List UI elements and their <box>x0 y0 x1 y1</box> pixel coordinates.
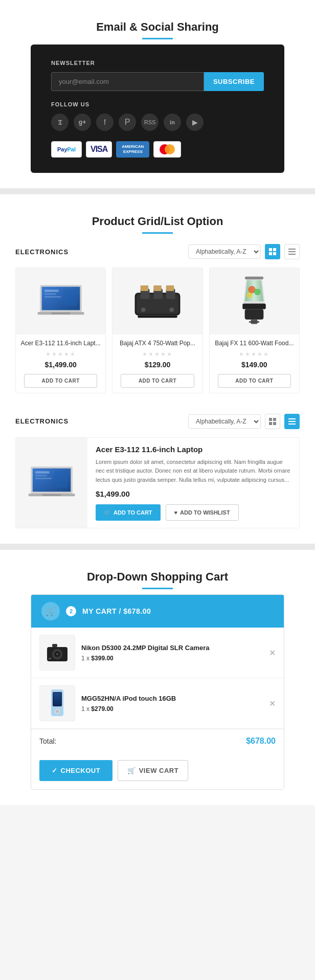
svg-point-1 <box>165 144 175 154</box>
svg-rect-2 <box>269 248 272 251</box>
svg-rect-50 <box>35 475 47 477</box>
checkmark-icon: ✓ <box>52 767 58 774</box>
cart-item-remove-ipod[interactable]: ✕ <box>269 699 276 708</box>
list-item-name-laptop: Acer E3-112 11.6-inch Laptop <box>96 445 292 454</box>
cart-count-badge: 2 <box>66 606 76 616</box>
svg-rect-14 <box>44 289 58 292</box>
cart-action-row: ✓ CHECKOUT 🛒 VIEW CART <box>31 753 284 789</box>
svg-rect-17 <box>63 289 77 306</box>
list-add-to-cart-button[interactable]: 🛒 ADD TO CART <box>96 504 161 521</box>
cart-total-row: Total: $678.00 <box>31 729 284 753</box>
product-card-laptop: Acer E3-112 11.6-inch Lapt... ★★★★★ $1,4… <box>15 268 106 393</box>
svg-point-23 <box>141 307 146 312</box>
svg-rect-35 <box>245 309 263 319</box>
youtube-icon[interactable]: ▶ <box>186 114 204 131</box>
svg-rect-27 <box>153 285 162 291</box>
rss-icon[interactable]: RSS <box>141 114 159 131</box>
cart-section-title: Drop-Down Shopping Cart <box>15 555 300 594</box>
subscribe-button[interactable]: SUBSCRIBE <box>204 72 264 91</box>
svg-rect-59 <box>49 658 51 659</box>
svg-rect-40 <box>269 422 272 425</box>
product-image-toaster <box>112 268 202 335</box>
svg-rect-44 <box>288 424 296 425</box>
svg-rect-13 <box>51 313 70 315</box>
newsletter-email-input[interactable] <box>51 72 204 91</box>
list-item-laptop: Acer E3-112 11.6-inch Laptop Lorem ipsum… <box>15 437 300 529</box>
product-info-toaster: Bajaj ATX 4 750-Watt Pop... ★★★★★ $129.0… <box>112 335 202 393</box>
product-list-container: Acer E3-112 11.6-inch Laptop Lorem ipsum… <box>15 437 300 529</box>
cart-total-value: $678.00 <box>246 737 276 746</box>
grid-category-label: ELECTRONICS <box>15 248 69 256</box>
add-to-wishlist-button[interactable]: ♥ ADD TO WISHLIST <box>166 504 239 521</box>
list-list-view-button[interactable] <box>284 414 300 429</box>
svg-rect-32 <box>245 277 263 279</box>
cart-item-camera: Nikon D5300 24.2MP Digital SLR Camera 1 … <box>31 628 284 678</box>
list-item-price-laptop: $1,499.00 <box>96 489 292 498</box>
cart-icon-btn: 🛒 <box>104 509 111 516</box>
product-name-blender: Bajaj FX 11 600-Watt Food... <box>214 340 295 348</box>
pinterest-icon[interactable]: P <box>119 114 136 131</box>
cart-item-name-camera: Nikon D5300 24.2MP Digital SLR Camera <box>81 644 263 653</box>
svg-rect-33 <box>243 304 266 309</box>
email-social-section: Email & Social Sharing NEWSLETTER SUBSCR… <box>0 0 315 188</box>
product-grid-title: Product Grid/List Option <box>15 199 300 239</box>
cart-item-details-ipod: MGG52HN/A iPod touch 16GB 1 x $279.00 <box>81 695 263 712</box>
list-controls: Alphabetically, A-Z Alphabetically, Z-A … <box>188 414 300 429</box>
add-to-cart-laptop[interactable]: ADD TO CART <box>24 374 97 388</box>
product-stars-laptop: ★★★★★ <box>20 351 101 358</box>
svg-rect-16 <box>44 296 61 298</box>
cart-total-label: Total: <box>39 737 56 745</box>
cart-item-img-camera <box>39 635 75 671</box>
cart-item-qty-camera: 1 x $399.00 <box>81 655 263 662</box>
list-item-desc-laptop: Lorem ipsum dolor sit amet, consectetur … <box>96 458 292 485</box>
shopping-cart-section: Drop-Down Shopping Cart 🛒 2 MY CART / $6… <box>0 550 315 805</box>
product-grid-header: ELECTRONICS Alphabetically, A-Z Alphabet… <box>15 244 300 259</box>
svg-rect-5 <box>273 252 276 255</box>
add-to-cart-blender[interactable]: ADD TO CART <box>218 374 291 388</box>
svg-point-24 <box>169 307 174 312</box>
svg-rect-8 <box>288 254 296 255</box>
grid-view-button[interactable] <box>265 244 280 259</box>
list-view-button[interactable] <box>284 244 300 259</box>
twitter-icon[interactable]: 𝕿 <box>51 114 69 131</box>
cart-bag-icon: 🛒 <box>127 767 136 774</box>
list-add-cart-label: ADD TO CART <box>114 509 152 516</box>
svg-rect-28 <box>166 285 174 291</box>
svg-rect-4 <box>269 252 272 255</box>
cart-title: MY CART / $678.00 <box>82 607 151 615</box>
product-name-toaster: Bajaj ATX 4 750-Watt Pop... <box>117 340 198 348</box>
svg-rect-41 <box>273 422 276 425</box>
svg-rect-43 <box>288 421 296 422</box>
view-cart-button[interactable]: 🛒 VIEW CART <box>118 760 188 781</box>
product-stars-blender: ★★★★★ <box>214 351 295 358</box>
svg-rect-26 <box>141 285 149 291</box>
svg-rect-6 <box>288 249 296 250</box>
svg-point-30 <box>254 288 261 295</box>
list-sort-select[interactable]: Alphabetically, A-Z Alphabetically, Z-A … <box>188 414 261 429</box>
checkout-button[interactable]: ✓ CHECKOUT <box>39 760 112 781</box>
add-to-cart-toaster[interactable]: ADD TO CART <box>121 374 194 388</box>
cart-item-details-camera: Nikon D5300 24.2MP Digital SLR Camera 1 … <box>81 644 263 662</box>
grid-controls: Alphabetically, A-Z Alphabetically, Z-A … <box>188 244 300 259</box>
wishlist-label: ADD TO WISHLIST <box>180 509 230 516</box>
product-price-laptop: $1,499.00 <box>20 361 101 369</box>
svg-rect-38 <box>269 418 272 421</box>
google-plus-icon[interactable]: g+ <box>74 114 91 131</box>
heart-icon: ♥ <box>174 509 178 516</box>
linkedin-icon[interactable]: in <box>164 114 181 131</box>
product-stars-toaster: ★★★★★ <box>117 351 198 358</box>
cart-item-name-ipod: MGG52HN/A iPod touch 16GB <box>81 695 263 703</box>
product-info-laptop: Acer E3-112 11.6-inch Lapt... ★★★★★ $1,4… <box>16 335 105 393</box>
grid-sort-select[interactable]: Alphabetically, A-Z Alphabetically, Z-A … <box>188 244 261 259</box>
newsletter-input-row: SUBSCRIBE <box>51 72 264 91</box>
social-icons-row: 𝕿 g+ f P RSS in ▶ <box>51 114 264 131</box>
list-grid-view-button[interactable] <box>265 414 280 429</box>
product-price-blender: $149.00 <box>214 361 295 369</box>
list-item-image-laptop <box>16 438 87 528</box>
view-cart-label: VIEW CART <box>139 767 178 774</box>
product-card-toaster: Bajaj ATX 4 750-Watt Pop... ★★★★★ $129.0… <box>112 268 202 393</box>
cart-item-remove-camera[interactable]: ✕ <box>269 648 276 658</box>
svg-rect-39 <box>273 418 276 421</box>
newsletter-label: NEWSLETTER <box>51 60 264 66</box>
facebook-icon[interactable]: f <box>96 114 114 131</box>
